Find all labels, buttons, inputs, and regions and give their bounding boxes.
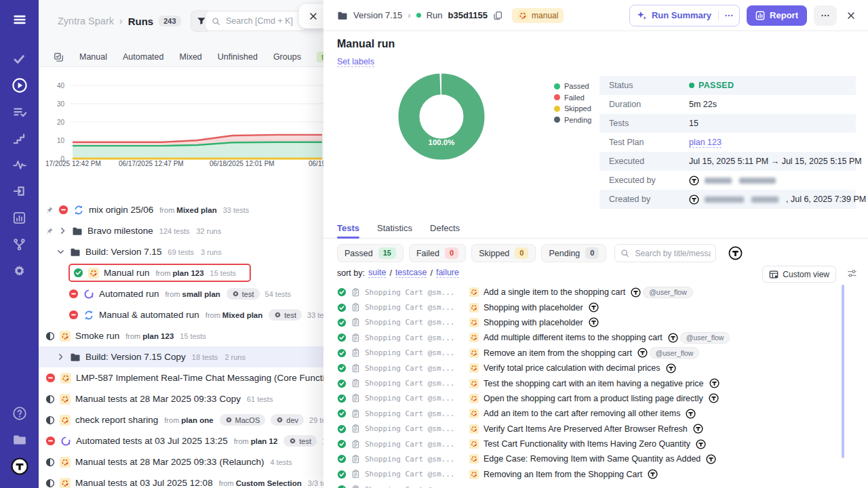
gear-icon[interactable] [7,259,33,282]
close-detail-button[interactable] [844,8,859,23]
run-row[interactable]: Build: Version 7.15 Copy18 tests2 runs [39,346,323,367]
tests-scrollbar[interactable] [842,285,844,458]
steps-icon[interactable] [7,127,33,150]
run-row[interactable]: Manual tests at 28 Mar 2025 09:33 (Relau… [39,451,323,472]
view-settings-icon[interactable] [847,268,857,279]
tab-defects[interactable]: Defects [430,220,460,238]
filter-skipped-button[interactable]: Skipped0 [471,244,536,262]
runs-tab-badge[interactable]: tes [317,52,323,62]
test-row[interactable]: Shopping Cart @sm...Edge Case: Removing … [323,451,868,466]
run-row[interactable]: Manual & automated runfromMixed plantest… [39,304,323,325]
run-row[interactable]: Bravo milestone124 tests32 runs [39,220,323,241]
test-title: Edge Case: Removing Item with Same Quant… [484,454,701,464]
test-row[interactable]: Shopping Cart @sm...Open the shopping ca… [323,391,868,406]
runs-search-input[interactable] [224,16,298,26]
report-chart-icon [755,11,765,20]
run-row[interactable]: LMP-587 Implement Real-Time Chat Messagi… [39,367,323,388]
run-count: 4 tests [270,458,292,466]
report-button[interactable]: Report [747,5,807,26]
play-icon[interactable] [7,74,33,97]
filter-passed-button[interactable]: Passed15 [337,244,403,262]
run-breadcrumb-folder[interactable]: Version 7.15 [353,10,402,20]
runs-tabs: ManualAutomatedMixedUnfinishedGroups tes [39,47,323,67]
filter-failed-button[interactable]: Failed0 [409,244,466,262]
run-row[interactable]: Build: Version 7.1569 tests3 runs [39,241,323,262]
branch-icon[interactable] [7,232,33,256]
test-row[interactable]: Shopping Cart @sm...Test the shopping ca… [323,375,868,390]
runs-tab-manual[interactable]: Manual [79,52,107,62]
run-row[interactable]: mix origin 25/06fromMixed plan33 tests [39,199,323,220]
run-row[interactable]: Manual tests at 03 Jul 2025 12:08fromCus… [39,472,323,488]
custom-view-button[interactable]: Custom view [762,266,836,283]
select-all-icon[interactable] [54,52,64,62]
logo-icon[interactable] [7,455,33,478]
test-row[interactable]: Shopping Cart @sm...Add a single item to… [323,285,868,300]
run-row[interactable]: check report sharingfromplan oneMacOSdev… [39,409,323,430]
tests-search[interactable] [614,244,716,262]
run-detail-header: Version 7.15 › Run b35d1155 manual Run S… [323,0,868,31]
test-title: Remove an item from the shopping cart [484,348,632,358]
test-row[interactable]: Shopping Cart @sm...Verify Cart Items Ar… [323,422,868,436]
test-row[interactable]: Shopping Cart @sm...Shopping with placeh… [323,315,868,330]
sort-by-failure[interactable]: failure [436,268,459,278]
chevron-down-icon[interactable] [56,247,65,256]
sort-by-suite[interactable]: suite [368,268,386,278]
manual-icon [88,268,99,279]
runs-tab-mixed[interactable]: Mixed [179,52,201,62]
close-panel-button[interactable] [299,4,323,28]
run-row[interactable]: Automated runfromsmall plantest54 tests [39,283,323,304]
run-from-plan: fromCustom Selection [219,479,302,487]
set-labels-link[interactable]: Set labels [337,57,374,67]
test-row[interactable]: Shopping Cart @sm...Add an item to the c… [323,406,868,421]
status-failed-icon [58,205,68,215]
test-row[interactable]: Shopping Cart @sm...Removing an Item fro… [323,467,868,482]
bar-chart-icon[interactable] [7,206,33,229]
activity-icon[interactable] [7,153,33,176]
tests-search-input[interactable] [633,248,712,259]
runs-tab-list: ManualAutomatedMixedUnfinishedGroups [79,52,301,62]
test-row[interactable]: Shopping Cart @sm... [323,482,868,488]
info-label: Executed [609,157,689,166]
chevron-right-icon[interactable] [58,226,67,235]
run-row[interactable]: Smoke runfromplan 12315 tests [39,325,323,346]
test-row[interactable]: Shopping Cart @sm...Add multiple differe… [323,330,868,345]
runs-tab-unfinished[interactable]: Unfinished [218,52,258,62]
import-icon[interactable] [7,180,33,203]
assignee-avatar[interactable] [728,246,743,260]
run-summary-more-button[interactable] [718,11,739,20]
check-icon[interactable] [7,47,33,70]
tab-tests[interactable]: Tests [337,220,359,238]
info-value: 15 [689,119,698,128]
runs-tab-groups[interactable]: Groups [273,52,301,62]
run-summary-button[interactable]: Run Summary [629,5,740,26]
copy-icon[interactable] [493,11,502,20]
menu-icon[interactable] [7,8,33,31]
info-value: plan 123 [689,138,722,148]
folder-icon [337,10,348,21]
test-row[interactable]: Shopping Cart @sm...Verify total price c… [323,361,868,375]
svg-text:10: 10 [57,137,65,144]
test-title: Open the shopping cart from a product li… [484,394,703,403]
status-passed-icon [337,303,347,312]
breadcrumb-project[interactable]: Zyntra Spark [58,16,114,26]
test-suite: Shopping Cart @sm... [365,364,467,373]
run-row[interactable]: Automated tests at 03 Jul 2025 13:25from… [39,430,323,451]
test-row[interactable]: Shopping Cart @sm...Test Cart Functional… [323,436,868,451]
runs-tab-automated[interactable]: Automated [123,52,163,62]
tab-statistics[interactable]: Statistics [377,220,412,238]
test-row[interactable]: Shopping Cart @sm...Shopping with placeh… [323,300,868,314]
filter-pending-button[interactable]: Pending0 [541,244,606,262]
help-icon[interactable] [7,402,33,425]
more-actions-button[interactable] [814,5,837,26]
run-row[interactable]: Manual runfromplan 12315 tests [39,262,323,283]
folder-nav-icon[interactable] [7,428,33,451]
list-check-icon[interactable] [7,100,33,123]
chevron-right-icon[interactable] [56,352,65,361]
test-row[interactable]: Shopping Cart @sm...Remove an item from … [323,346,868,361]
run-row[interactable]: Manual tests at 28 Mar 2025 09:33 Copy61… [39,388,323,409]
sort-by-testcase[interactable]: testcase [395,268,427,278]
custom-view-icon [769,270,778,279]
test-plan-link[interactable]: plan 123 [689,138,722,148]
runs-search[interactable] [205,11,307,31]
svg-text:30: 30 [57,100,65,108]
